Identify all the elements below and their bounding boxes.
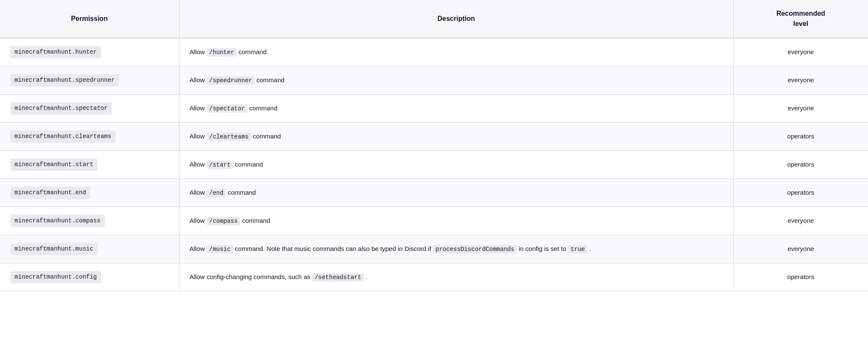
description-code: processDiscordCommands bbox=[433, 245, 517, 254]
table-row: minecraftmanhunt.musicAllow /music comma… bbox=[0, 235, 868, 263]
table-row: minecraftmanhunt.compassAllow /compass c… bbox=[0, 207, 868, 235]
table-row: minecraftmanhunt.clearteamsAllow /cleart… bbox=[0, 123, 868, 151]
description-text: command. Note that music commands can al… bbox=[233, 245, 433, 252]
permission-code: minecraftmanhunt.hunter bbox=[10, 46, 101, 58]
description-code: /hunter bbox=[207, 48, 237, 57]
header-description: Description bbox=[179, 0, 733, 38]
description-cell: Allow /speedrunner command bbox=[179, 66, 733, 95]
header-recommended: Recommended level bbox=[733, 0, 868, 38]
description-cell: Allow /clearteams command bbox=[179, 123, 733, 151]
description-cell: Allow /music command. Note that music co… bbox=[179, 235, 733, 263]
description-text: Allow bbox=[190, 104, 207, 112]
description-text: command bbox=[248, 104, 278, 112]
description-text: Allow bbox=[190, 217, 207, 224]
recommended-cell: everyone bbox=[733, 66, 868, 95]
table-row: minecraftmanhunt.endAllow /end commandop… bbox=[0, 179, 868, 207]
permission-cell: minecraftmanhunt.start bbox=[0, 151, 179, 179]
recommended-cell: operators bbox=[733, 123, 868, 151]
description-code: /spectator bbox=[207, 104, 248, 113]
description-code: /compass bbox=[207, 217, 240, 225]
table-header-row: Permission Description Recommended level bbox=[0, 0, 868, 38]
recommended-cell: everyone bbox=[733, 95, 868, 123]
description-text: Allow bbox=[190, 133, 207, 140]
description-cell: Allow config-changing commands, such as … bbox=[179, 263, 733, 291]
description-text: command bbox=[237, 48, 266, 55]
permission-code: minecraftmanhunt.spectator bbox=[10, 102, 112, 115]
table-row: minecraftmanhunt.startAllow /start comma… bbox=[0, 151, 868, 179]
description-cell: Allow /compass command bbox=[179, 207, 733, 235]
permission-cell: minecraftmanhunt.hunter bbox=[0, 38, 179, 66]
table-row: minecraftmanhunt.spectatorAllow /spectat… bbox=[0, 95, 868, 123]
table-row: minecraftmanhunt.speedrunnerAllow /speed… bbox=[0, 66, 868, 95]
permission-cell: minecraftmanhunt.end bbox=[0, 179, 179, 207]
permission-cell: minecraftmanhunt.spectator bbox=[0, 95, 179, 123]
description-text: Allow bbox=[190, 189, 207, 196]
permission-code: minecraftmanhunt.speedrunner bbox=[10, 74, 119, 86]
description-text: . bbox=[364, 273, 367, 280]
description-text: . bbox=[587, 245, 591, 252]
description-code: /music bbox=[207, 245, 233, 254]
permission-cell: minecraftmanhunt.music bbox=[0, 235, 179, 263]
description-text: Allow config-changing commands, such as bbox=[190, 273, 312, 280]
description-cell: Allow /end command bbox=[179, 179, 733, 207]
permission-code: minecraftmanhunt.config bbox=[10, 271, 101, 283]
permissions-table: Permission Description Recommended level… bbox=[0, 0, 868, 291]
permission-code: minecraftmanhunt.start bbox=[10, 158, 98, 171]
permission-cell: minecraftmanhunt.speedrunner bbox=[0, 66, 179, 95]
description-code: /start bbox=[207, 161, 233, 169]
table-row: minecraftmanhunt.hunterAllow /hunter com… bbox=[0, 38, 868, 66]
description-text: Allow bbox=[190, 76, 207, 84]
description-text: Allow bbox=[190, 48, 207, 55]
description-code: /speedrunner bbox=[207, 76, 255, 85]
permission-cell: minecraftmanhunt.clearteams bbox=[0, 123, 179, 151]
table-row: minecraftmanhunt.configAllow config-chan… bbox=[0, 263, 868, 291]
permissions-table-container: Permission Description Recommended level… bbox=[0, 0, 868, 363]
permission-code: minecraftmanhunt.compass bbox=[10, 215, 105, 227]
description-text: Allow bbox=[190, 245, 207, 252]
description-cell: Allow /hunter command bbox=[179, 38, 733, 66]
recommended-cell: everyone bbox=[733, 207, 868, 235]
description-code: /setheadstart bbox=[312, 273, 364, 282]
permission-code: minecraftmanhunt.music bbox=[10, 243, 98, 255]
recommended-cell: everyone bbox=[733, 38, 868, 66]
description-cell: Allow /spectator command bbox=[179, 95, 733, 123]
description-text: command bbox=[233, 161, 263, 168]
description-cell: Allow /start command bbox=[179, 151, 733, 179]
recommended-cell: operators bbox=[733, 263, 868, 291]
permission-cell: minecraftmanhunt.config bbox=[0, 263, 179, 291]
recommended-cell: operators bbox=[733, 151, 868, 179]
recommended-cell: operators bbox=[733, 179, 868, 207]
description-text: command bbox=[255, 76, 284, 84]
permission-code: minecraftmanhunt.end bbox=[10, 187, 90, 199]
description-code: /end bbox=[207, 189, 226, 197]
permission-cell: minecraftmanhunt.compass bbox=[0, 207, 179, 235]
header-permission: Permission bbox=[0, 0, 179, 38]
description-text: command bbox=[226, 189, 256, 196]
recommended-cell: everyone bbox=[733, 235, 868, 263]
description-text: command bbox=[240, 217, 270, 224]
permission-code: minecraftmanhunt.clearteams bbox=[10, 130, 116, 143]
description-code: /clearteams bbox=[207, 133, 251, 141]
description-text: command bbox=[251, 133, 281, 140]
description-text: in config is set to bbox=[517, 245, 568, 252]
description-text: Allow bbox=[190, 161, 207, 168]
description-code: true bbox=[568, 245, 587, 254]
